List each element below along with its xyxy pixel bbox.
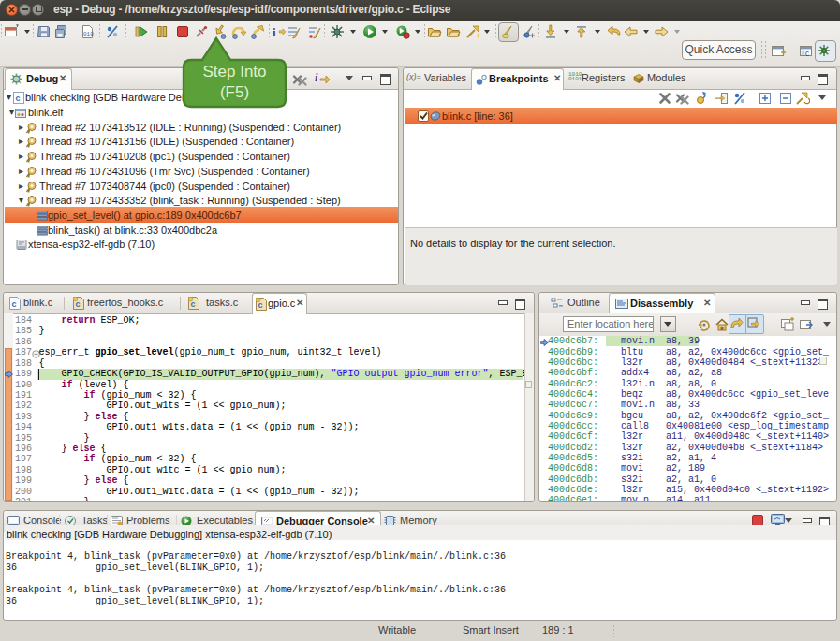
- svg-text:c: c: [16, 94, 21, 103]
- svg-text:c: c: [258, 300, 263, 310]
- svg-text:010: 010: [83, 31, 94, 37]
- svg-text:c: c: [191, 299, 196, 309]
- svg-text:C: C: [805, 51, 809, 58]
- svg-text:c: c: [76, 299, 81, 309]
- svg-text:c: c: [12, 299, 17, 309]
